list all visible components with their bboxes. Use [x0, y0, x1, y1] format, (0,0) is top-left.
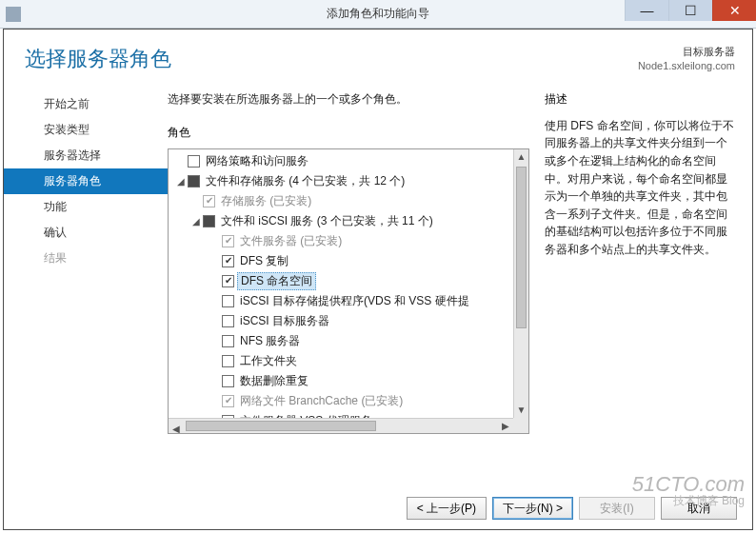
scroll-up-icon[interactable]: ▲	[514, 149, 528, 165]
minimize-button[interactable]: —	[625, 0, 668, 21]
checkbox[interactable]	[222, 275, 234, 287]
page-title: 选择服务器角色	[25, 45, 638, 73]
checkbox[interactable]	[222, 295, 234, 307]
tree-label[interactable]: 数据删除重复	[240, 374, 308, 387]
tree-row-12[interactable]: 网络文件 BranchCache (已安装)	[169, 391, 513, 411]
sidebar-item-5[interactable]: 确认	[4, 220, 168, 246]
wizard-footer: < 上一步(P) 下一步(N) > 安装(I) 取消	[4, 487, 752, 529]
next-button[interactable]: 下一步(N) >	[492, 497, 573, 520]
scroll-thumb-horizontal[interactable]	[186, 421, 376, 431]
tree-label[interactable]: 文件和存储服务 (4 个已安装，共 12 个)	[206, 174, 405, 188]
vertical-scrollbar[interactable]: ▲ ▼	[513, 149, 528, 418]
tree-row-0[interactable]: 网络策略和访问服务	[169, 151, 513, 171]
expand-icon[interactable]: ◢	[174, 176, 188, 187]
tree-row-2[interactable]: 存储服务 (已安装)	[169, 191, 513, 211]
sidebar-item-6: 结果	[4, 246, 168, 271]
scroll-left-icon[interactable]: ◀	[169, 422, 184, 434]
scroll-corner	[513, 418, 528, 433]
checkbox	[222, 235, 234, 247]
tree-label[interactable]: 网络文件 BranchCache (已安装)	[240, 394, 403, 407]
tree-label[interactable]: iSCSI 目标存储提供程序(VDS 和 VSS 硬件提	[240, 294, 469, 307]
tree-label[interactable]: iSCSI 目标服务器	[240, 314, 329, 327]
checkbox	[222, 395, 234, 407]
checkbox[interactable]	[203, 215, 215, 227]
target-server-box: 目标服务器 Node1.sxleilong.com	[638, 45, 735, 74]
checkbox	[203, 195, 215, 207]
tree-row-5[interactable]: DFS 复制	[169, 251, 513, 271]
tree-row-7[interactable]: iSCSI 目标存储提供程序(VDS 和 VSS 硬件提	[169, 291, 513, 311]
horizontal-scrollbar[interactable]: ◀ ▶	[169, 418, 513, 433]
app-icon	[6, 7, 21, 22]
checkbox[interactable]	[188, 175, 200, 188]
tree-label[interactable]: DFS 命名空间	[241, 274, 312, 287]
tree-label[interactable]: 文件服务器 (已安装)	[240, 234, 342, 247]
titlebar: 添加角色和功能向导 — ☐ ✕	[0, 0, 756, 29]
checkbox[interactable]	[222, 355, 234, 367]
tree-row-11[interactable]: 数据删除重复	[169, 371, 513, 391]
scroll-thumb-vertical[interactable]	[516, 167, 527, 328]
description-body: 使用 DFS 命名空间，你可以将位于不同服务器上的共享文件夹分组到一个或多个在逻…	[545, 117, 735, 259]
roles-header: 角色	[168, 125, 529, 141]
tree-row-1[interactable]: ◢文件和存储服务 (4 个已安装，共 12 个)	[169, 171, 513, 191]
tree-row-9[interactable]: NFS 服务器	[169, 331, 513, 351]
window-title: 添加角色和功能向导	[327, 6, 429, 22]
window-buttons: — ☐ ✕	[625, 0, 756, 21]
prev-button[interactable]: < 上一步(P)	[407, 497, 487, 520]
scroll-right-icon[interactable]: ▶	[498, 419, 513, 433]
checkbox[interactable]	[222, 255, 234, 267]
wizard-frame: 选择服务器角色 目标服务器 Node1.sxleilong.com 开始之前安装…	[3, 29, 753, 530]
roles-tree: 网络策略和访问服务◢文件和存储服务 (4 个已安装，共 12 个)存储服务 (已…	[168, 148, 529, 434]
tree-row-6[interactable]: DFS 命名空间	[169, 271, 513, 291]
wizard-sidebar: 开始之前安装类型服务器选择服务器角色功能确认结果	[4, 91, 168, 487]
target-label: 目标服务器	[638, 45, 735, 59]
description-header: 描述	[545, 91, 735, 108]
tree-label[interactable]: 网络策略和访问服务	[206, 154, 308, 168]
install-button: 安装(I)	[579, 497, 655, 520]
tree-row-13[interactable]: 文件服务器 VSS 代理服务	[169, 411, 513, 418]
intro-text: 选择要安装在所选服务器上的一个或多个角色。	[168, 91, 529, 108]
scroll-down-icon[interactable]: ▼	[514, 403, 528, 418]
target-value: Node1.sxleilong.com	[638, 59, 735, 73]
sidebar-item-4[interactable]: 功能	[4, 194, 168, 220]
checkbox[interactable]	[188, 155, 200, 168]
tree-label[interactable]: NFS 服务器	[240, 334, 300, 347]
tree-row-3[interactable]: ◢文件和 iSCSI 服务 (3 个已安装，共 11 个)	[169, 211, 513, 231]
checkbox[interactable]	[222, 335, 234, 347]
tree-label[interactable]: 文件和 iSCSI 服务 (3 个已安装，共 11 个)	[221, 214, 433, 227]
sidebar-item-0[interactable]: 开始之前	[4, 91, 168, 117]
sidebar-item-1[interactable]: 安装类型	[4, 117, 168, 143]
cancel-button[interactable]: 取消	[661, 497, 737, 520]
close-button[interactable]: ✕	[712, 0, 756, 21]
checkbox[interactable]	[222, 375, 234, 387]
tree-label[interactable]: 存储服务 (已安装)	[221, 194, 311, 207]
sidebar-item-2[interactable]: 服务器选择	[4, 143, 168, 168]
tree-label[interactable]: 工作文件夹	[240, 354, 297, 367]
tree-row-10[interactable]: 工作文件夹	[169, 351, 513, 371]
tree-label[interactable]: DFS 复制	[240, 254, 288, 267]
tree-row-4[interactable]: 文件服务器 (已安装)	[169, 231, 513, 251]
expand-icon[interactable]: ◢	[189, 216, 203, 227]
sidebar-item-3[interactable]: 服务器角色	[4, 168, 168, 194]
maximize-button[interactable]: ☐	[668, 0, 712, 21]
checkbox[interactable]	[222, 315, 234, 327]
tree-row-8[interactable]: iSCSI 目标服务器	[169, 311, 513, 331]
